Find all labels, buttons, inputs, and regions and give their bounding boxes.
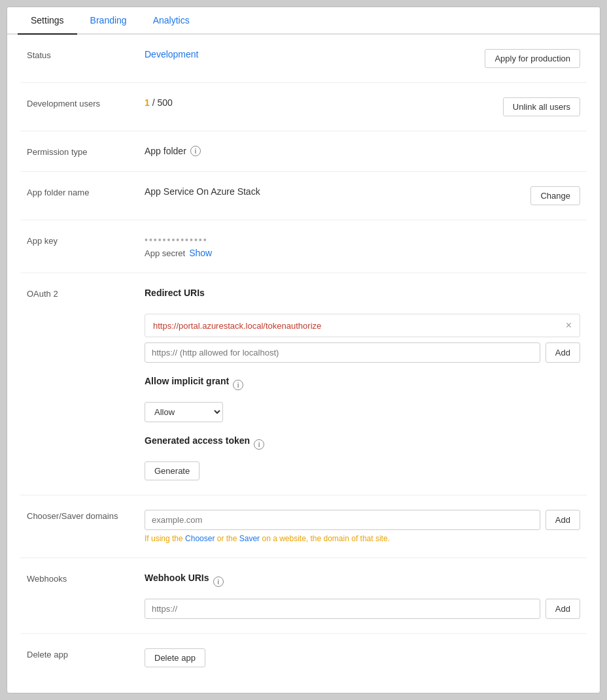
tab-analytics[interactable]: Analytics	[140, 7, 203, 35]
webhook-add-button[interactable]: Add	[546, 599, 580, 619]
webhook-input[interactable]	[145, 599, 540, 619]
tabs-bar: Settings Branding Analytics	[7, 7, 600, 35]
generate-section: Generated access token i Generate	[145, 435, 580, 480]
change-folder-button[interactable]: Change	[530, 186, 580, 205]
chooser-hint: If using the Chooser or the Saver on a w…	[145, 534, 580, 543]
implicit-grant-title: Allow implicit grant	[145, 376, 229, 386]
permission-type-value: App folder i	[145, 146, 201, 156]
status-row: Status Development Apply for production	[20, 35, 587, 83]
access-token-title: Generated access token	[145, 435, 250, 446]
oauth2-label: OAuth 2	[27, 288, 145, 299]
webhook-uris-title-row: Webhook URIs i	[145, 573, 580, 591]
webhooks-label: Webhooks	[27, 573, 145, 584]
tab-branding[interactable]: Branding	[77, 7, 140, 35]
status-right: Apply for production	[485, 49, 580, 68]
webhooks-row: Webhooks Webhook URIs i Add	[20, 558, 587, 634]
app-folder-name-value: App Service On Azure Stack	[145, 186, 530, 197]
app-secret-label: App secret	[145, 248, 185, 258]
delete-app-label: Delete app	[27, 648, 145, 659]
delete-app-section: Delete app	[145, 648, 580, 667]
delete-app-button[interactable]: Delete app	[145, 648, 205, 667]
chooser-hint-suffix: on a website, the domain of that site.	[260, 534, 390, 543]
redirect-uris-title: Redirect URIs	[145, 288, 205, 298]
chooser-link[interactable]: Chooser	[185, 534, 215, 543]
generate-button[interactable]: Generate	[145, 461, 199, 480]
main-content: Status Development Apply for production …	[7, 35, 600, 682]
uri-input[interactable]	[145, 342, 540, 363]
app-folder-name-row: App folder name App Service On Azure Sta…	[20, 172, 587, 220]
app-folder-name-right: Change	[530, 186, 580, 205]
uri-input-row: Add	[145, 342, 580, 363]
remove-uri-icon[interactable]: ×	[566, 320, 572, 331]
webhook-uris-title: Webhook URIs	[145, 573, 209, 583]
dev-users-main: 1 / 500	[145, 97, 503, 108]
permission-type-info-icon[interactable]: i	[190, 146, 201, 156]
implicit-grant-info-icon[interactable]: i	[233, 380, 243, 390]
dev-users-label: Development users	[27, 97, 145, 108]
saver-link[interactable]: Saver	[239, 534, 260, 543]
implicit-grant-select[interactable]: Allow Deny	[145, 402, 223, 422]
app-key-label: App key	[27, 235, 145, 246]
permission-type-row: Permission type App folder i	[20, 131, 587, 172]
redirect-uris-title-row: Redirect URIs	[145, 288, 580, 306]
implicit-grant-section: Allow implicit grant i Allow Deny	[145, 376, 580, 422]
dev-users-row: Development users 1 / 500 Unlink all use…	[20, 83, 587, 131]
webhook-info-icon[interactable]: i	[213, 576, 224, 587]
unlink-all-users-button[interactable]: Unlink all users	[503, 97, 580, 116]
status-main: Development	[145, 49, 485, 59]
chooser-hint-prefix: If using the	[145, 534, 185, 543]
apply-production-button[interactable]: Apply for production	[485, 49, 580, 68]
permission-type-text: App folder	[145, 146, 186, 156]
dev-users-separator: /	[150, 97, 158, 108]
access-token-info-icon[interactable]: i	[254, 439, 264, 450]
existing-uri-entry: https://portal.azurestack.local/tokenaut…	[145, 314, 580, 337]
oauth2-row: OAuth 2 Redirect URIs https://portal.azu…	[20, 273, 587, 495]
app-secret-row: App secret Show	[145, 248, 580, 258]
dev-users-max: 500	[157, 97, 172, 108]
chooser-input-row: Add	[145, 510, 580, 530]
permission-type-main: App folder i	[145, 146, 580, 156]
show-secret-link[interactable]: Show	[189, 248, 212, 258]
app-folder-name-main: App Service On Azure Stack	[145, 186, 530, 197]
app-window: Settings Branding Analytics Status Devel…	[7, 7, 600, 693]
tab-settings[interactable]: Settings	[18, 7, 77, 35]
dev-users-current: 1	[145, 97, 150, 108]
status-value[interactable]: Development	[145, 49, 199, 59]
permission-type-label: Permission type	[27, 146, 145, 157]
oauth2-section: Redirect URIs https://portal.azurestack.…	[145, 288, 580, 480]
app-folder-name-label: App folder name	[27, 186, 145, 197]
existing-uri-text: https://portal.azurestack.local/tokenaut…	[153, 321, 561, 331]
chooser-input[interactable]	[145, 510, 540, 530]
chooser-saver-label: Chooser/Saver domains	[27, 510, 145, 521]
dev-users-count: 1 / 500	[145, 97, 173, 108]
app-key-content: •••••••••••••• App secret Show	[145, 235, 580, 258]
app-key-value: ••••••••••••••	[145, 235, 580, 245]
webhooks-section: Webhook URIs i Add	[145, 573, 580, 619]
chooser-saver-row: Chooser/Saver domains Add If using the C…	[20, 495, 587, 558]
webhook-input-row: Add	[145, 599, 580, 619]
access-token-title-row: Generated access token i	[145, 435, 580, 454]
app-key-row: App key •••••••••••••• App secret Show	[20, 220, 587, 273]
chooser-saver-content: Add If using the Chooser or the Saver on…	[145, 510, 580, 543]
uri-add-button[interactable]: Add	[546, 342, 580, 363]
status-label: Status	[27, 49, 145, 60]
chooser-hint-middle: or the	[215, 534, 239, 543]
delete-app-row: Delete app Delete app	[20, 634, 587, 682]
implicit-grant-title-row: Allow implicit grant i	[145, 376, 580, 394]
chooser-add-button[interactable]: Add	[546, 510, 580, 530]
dev-users-right: Unlink all users	[503, 97, 580, 116]
